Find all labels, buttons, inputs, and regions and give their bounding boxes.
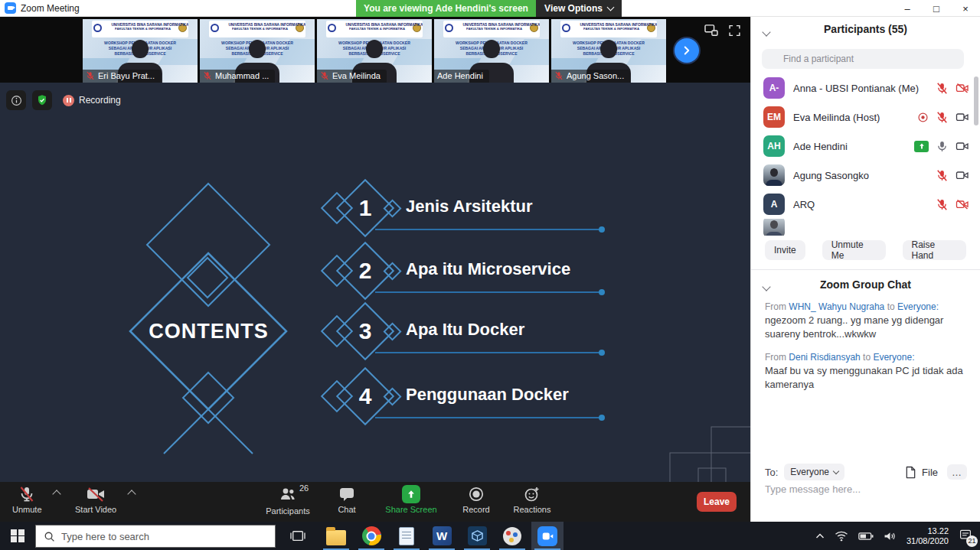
video-tile[interactable]: UNIVERSITAS BINA SARANA INFORMATIKAFAKUL… bbox=[551, 19, 666, 83]
speaker-icon[interactable] bbox=[884, 531, 897, 542]
participants-panel-title: Participants (55) bbox=[751, 23, 980, 35]
tile-name: Ade Hendini bbox=[437, 71, 483, 80]
virtualbox-button[interactable] bbox=[461, 522, 493, 550]
participants-button[interactable]: 26 Participants bbox=[257, 485, 318, 516]
video-tile[interactable]: UNIVERSITAS BINA SARANA INFORMATIKAFAKUL… bbox=[83, 19, 198, 83]
info-icon bbox=[11, 95, 22, 106]
slide-item-1: 1 Jenis Arsitektur bbox=[314, 174, 620, 242]
video-muted-icon bbox=[956, 198, 969, 210]
chat-button[interactable]: Chat bbox=[328, 485, 366, 514]
battery-icon[interactable] bbox=[858, 532, 874, 541]
notepad-icon bbox=[399, 527, 414, 545]
minimize-button[interactable]: – bbox=[893, 0, 922, 17]
wifi-icon[interactable] bbox=[835, 530, 848, 542]
slide-item-2: 2 Apa itu Microservice bbox=[314, 236, 620, 305]
recording-paused-icon[interactable] bbox=[63, 95, 74, 106]
video-muted-icon bbox=[86, 485, 106, 503]
start-video-button[interactable]: Start Video bbox=[75, 485, 116, 514]
close-button[interactable]: × bbox=[951, 0, 980, 17]
windows-taskbar: W 13.22 31/08/2020 21 bbox=[0, 522, 980, 550]
fullscreen-icon[interactable] bbox=[728, 24, 741, 40]
video-tile[interactable]: UNIVERSITAS BINA SARANA INFORMATIKAFAKUL… bbox=[317, 19, 432, 83]
taskbar-clock[interactable]: 13.22 31/08/2020 bbox=[906, 526, 949, 546]
record-button[interactable]: Record bbox=[455, 485, 498, 514]
encryption-shield-button[interactable] bbox=[32, 90, 52, 110]
video-tile[interactable]: UNIVERSITAS BINA SARANA INFORMATIKAFAKUL… bbox=[200, 19, 315, 83]
tile-name: Eri Bayu Prat... bbox=[98, 71, 155, 80]
taskbar-search[interactable] bbox=[35, 525, 276, 548]
word-button[interactable]: W bbox=[426, 522, 458, 550]
maximize-button[interactable]: □ bbox=[922, 0, 951, 17]
share-screen-button[interactable]: Share Screen bbox=[377, 485, 446, 514]
chat-recipient-link[interactable]: Everyone: bbox=[873, 352, 914, 363]
search-icon bbox=[44, 531, 55, 542]
taskbar-search-input[interactable] bbox=[61, 531, 267, 542]
participant-row[interactable]: Agung Sasongko bbox=[751, 161, 980, 190]
shared-screen-slide: CONTENTS 1 Jenis Arsitektur 2 Apa itu Mi… bbox=[0, 83, 750, 482]
viewing-screen-banner: You are viewing Ade Hendini's screen bbox=[356, 0, 536, 17]
next-page-button[interactable] bbox=[675, 38, 699, 63]
avatar: AH bbox=[763, 135, 785, 157]
avatar: EM bbox=[763, 106, 785, 128]
recipient-select[interactable]: Everyone bbox=[784, 464, 844, 480]
task-view-button[interactable] bbox=[282, 522, 314, 550]
chevron-down-icon bbox=[833, 468, 839, 474]
unmute-me-button[interactable]: Unmute Me bbox=[822, 240, 886, 260]
file-icon bbox=[905, 466, 916, 479]
mic-muted-icon bbox=[936, 111, 949, 124]
view-options-button[interactable]: View Options bbox=[536, 0, 622, 17]
video-filmstrip: UNIVERSITAS BINA SARANA INFORMATIKAFAKUL… bbox=[0, 17, 750, 83]
chat-sender-link[interactable]: Deni Risdiansyah bbox=[789, 352, 860, 363]
raise-hand-button[interactable]: Raise Hand bbox=[903, 240, 966, 260]
notepad-button[interactable] bbox=[390, 522, 423, 550]
slide-item-title: Penggunaan Docker bbox=[406, 385, 569, 405]
chrome-icon bbox=[362, 526, 381, 545]
title-bar: Zoom Meeting You are viewing Ade Hendini… bbox=[0, 0, 980, 17]
find-participant-input[interactable] bbox=[762, 49, 964, 69]
leave-button[interactable]: Leave bbox=[697, 492, 737, 512]
shield-check-icon bbox=[36, 94, 48, 106]
participant-row[interactable]: A- Anna - UBSI Pontianak (Me) bbox=[751, 73, 980, 103]
file-button[interactable]: File bbox=[905, 466, 938, 479]
more-options-button[interactable]: … bbox=[947, 464, 967, 480]
reactions-button[interactable]: Reactions bbox=[507, 485, 557, 514]
tray-expand-chevron-icon[interactable] bbox=[815, 532, 825, 539]
unmute-button[interactable]: Unmute bbox=[12, 485, 42, 514]
chat-sender-link[interactable]: WHN_ Wahyu Nugraha bbox=[789, 301, 884, 312]
slide-item-title: Apa Itu Docker bbox=[406, 320, 524, 340]
avatar-photo bbox=[763, 219, 785, 236]
share-screen-icon bbox=[402, 485, 420, 503]
video-on-icon bbox=[956, 169, 969, 181]
slide-item-number: 4 bbox=[345, 376, 386, 417]
chrome-button[interactable] bbox=[355, 522, 387, 550]
notification-center-button[interactable]: 21 bbox=[959, 529, 972, 544]
start-button[interactable] bbox=[0, 522, 35, 550]
participant-row-partial[interactable] bbox=[751, 219, 980, 236]
avatar: A- bbox=[763, 77, 785, 99]
paint-button[interactable] bbox=[496, 522, 528, 550]
participants-scrollbar[interactable] bbox=[974, 76, 978, 125]
chat-message: From Deni Risdiansyah to Everyone: Maaf … bbox=[765, 352, 967, 392]
file-explorer-button[interactable] bbox=[320, 522, 352, 550]
participants-icon bbox=[278, 485, 298, 503]
virtualbox-icon bbox=[468, 526, 487, 545]
tile-name: Muhammad ... bbox=[215, 71, 269, 80]
meeting-info-button[interactable] bbox=[6, 90, 26, 110]
zoom-app-button[interactable] bbox=[531, 522, 564, 550]
tile-name: Eva Meilinda bbox=[332, 71, 381, 80]
participant-row[interactable]: AH Ade Hendini bbox=[751, 132, 980, 161]
chat-recipient-link[interactable]: Everyone: bbox=[897, 301, 939, 312]
video-tile-active-speaker[interactable]: UNIVERSITAS BINA SARANA INFORMATIKAFAKUL… bbox=[434, 19, 549, 83]
audio-options-caret[interactable] bbox=[52, 490, 60, 498]
participant-row[interactable]: EM Eva Meilinda (Host) bbox=[751, 103, 980, 132]
slide-item-3: 3 Apa Itu Docker bbox=[314, 297, 620, 366]
chevron-down-icon bbox=[606, 4, 614, 11]
video-options-caret[interactable] bbox=[127, 490, 136, 498]
zoom-logo-icon bbox=[5, 2, 16, 14]
speaker-view-icon[interactable] bbox=[704, 24, 718, 40]
chat-message-body: Maaf bu va sy menggunakan PC jd tidak ad… bbox=[765, 364, 967, 392]
participant-row[interactable]: A ARQ bbox=[751, 190, 980, 219]
windows-logo-icon bbox=[11, 529, 24, 543]
chat-message-input[interactable] bbox=[765, 483, 967, 495]
invite-button[interactable]: Invite bbox=[765, 240, 805, 260]
